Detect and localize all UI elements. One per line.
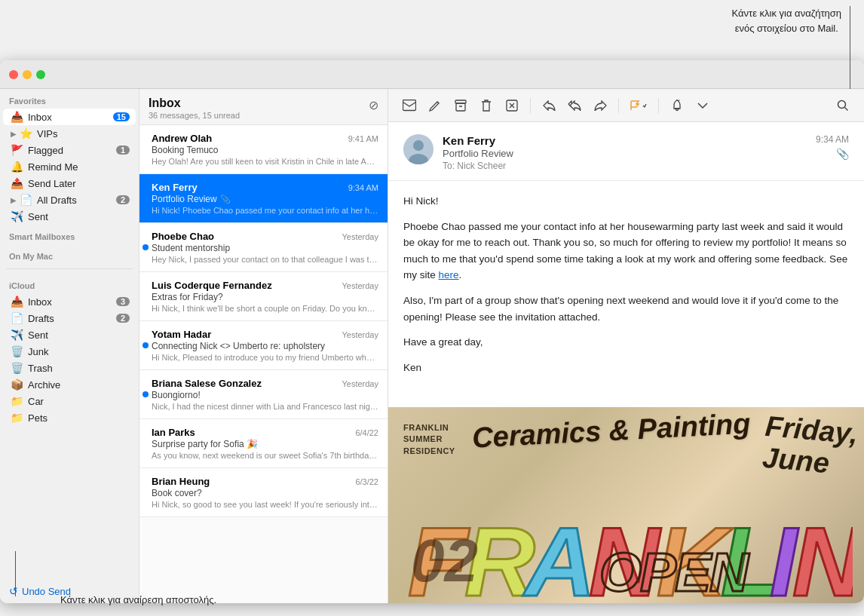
flag-button[interactable] [627, 95, 651, 116]
message-subject: Student mentorship [152, 243, 378, 253]
car-icon: 📁 [11, 395, 24, 407]
icloud-inbox-icon: 📥 [11, 296, 24, 308]
message-sender: Phoebe Chao [152, 231, 342, 242]
message-item-selected[interactable]: Ken Ferry 9:34 AM Portfolio Review 📎 Hi … [139, 174, 388, 223]
archive-button[interactable] [450, 95, 471, 116]
icloud-drafts-icon: 📄 [11, 312, 24, 324]
message-item[interactable]: Brian Heung 6/3/22 Book cover? Hi Nick, … [139, 468, 388, 517]
on-my-mac-label: On My Mac [0, 244, 139, 264]
message-subject: Extras for Friday? [152, 292, 378, 302]
sidebar-item-vips[interactable]: ▶ ⭐ VIPs [3, 125, 136, 142]
callout-top-right: Κάντε κλικ για αναζήτησηενός στοιχείου σ… [732, 6, 841, 35]
sidebar-item-icloud-sent[interactable]: ✈️ Sent [3, 326, 136, 343]
flagged-badge: 1 [116, 146, 130, 155]
sidebar-item-icloud-archive[interactable]: 📦 Archive [3, 376, 136, 393]
sidebar-item-flagged[interactable]: 🚩 Flagged 1 [3, 142, 136, 158]
close-button[interactable] [9, 70, 18, 79]
sidebar-item-icloud-inbox[interactable]: 📥 Inbox 3 [3, 293, 136, 310]
search-button[interactable] [832, 95, 853, 116]
svg-rect-0 [403, 100, 416, 110]
message-item[interactable]: Phoebe Chao Yesterday Student mentorship… [139, 223, 388, 272]
sidebar-item-pets[interactable]: 📁 Pets [3, 409, 136, 426]
icloud-archive-icon: 📦 [11, 378, 24, 391]
portfolio-link[interactable]: here [439, 269, 459, 280]
expand-icon: ▶ [11, 130, 17, 138]
sender-avatar [403, 134, 434, 164]
pets-icon: 📁 [11, 412, 24, 424]
message-preview: Hi Nick, Pleased to introduce you to my … [152, 353, 378, 362]
callout-bottom-text: Κάντε κλικ για αναίρεση αποστολής. [60, 594, 216, 605]
message-time: Yesterday [342, 281, 378, 290]
compose-button[interactable] [424, 95, 446, 116]
sidebar-item-label: Remind Me [28, 161, 130, 173]
message-sender: Ken Ferry [152, 182, 348, 193]
remind-icon: 🔔 [11, 161, 24, 173]
reply-all-button[interactable] [564, 95, 585, 116]
message-item[interactable]: Andrew Olah 9:41 AM Booking Temuco Hey O… [139, 125, 388, 174]
sidebar-item-all-drafts[interactable]: ▶ 📄 All Drafts 2 [3, 192, 136, 208]
sidebar-item-label: Pets [28, 412, 130, 424]
message-item[interactable]: Ian Parks 6/4/22 Surprise party for Sofi… [139, 419, 388, 468]
sidebar-item-label: Send Later [28, 178, 130, 189]
notifications-button[interactable] [666, 95, 688, 116]
callout-line-bottom [15, 551, 16, 596]
sidebar-item-icloud-junk[interactable]: 🗑️ Junk [3, 343, 136, 360]
toolbar-separator [618, 98, 619, 113]
minimize-button[interactable] [23, 70, 32, 79]
icloud-junk-icon: 🗑️ [11, 345, 24, 357]
more-button[interactable] [692, 95, 713, 116]
message-count: 36 messages, 15 unread [149, 111, 378, 120]
message-preview: Nick, I had the nicest dinner with Lia a… [152, 402, 378, 411]
message-list-panel: Inbox 36 messages, 15 unread ⊘ Andrew Ol… [139, 89, 388, 603]
mail-app-window: Favorites 📥 Inbox 15 ▶ ⭐ VIPs 🚩 Flagged … [0, 60, 864, 603]
to-name: Nick Scheer [457, 161, 506, 171]
toolbar-separator [530, 98, 531, 113]
unread-indicator [142, 244, 149, 250]
sidebar-item-remind-me[interactable]: 🔔 Remind Me [3, 158, 136, 175]
sidebar-item-send-later[interactable]: 📤 Send Later [3, 175, 136, 192]
svg-point-9 [413, 140, 424, 151]
email-subject: Portfolio Review [443, 148, 807, 159]
sidebar-item-icloud-trash[interactable]: 🗑️ Trash [3, 360, 136, 376]
message-preview: Hey Nick, I passed your contact on to th… [152, 255, 378, 264]
banner-date: 02 [411, 526, 478, 596]
email-view-panel: Ken Ferry Portfolio Review To: Nick Sche… [388, 89, 864, 603]
message-sender: Yotam Hadar [152, 329, 342, 340]
new-message-button[interactable] [399, 95, 420, 116]
message-subject: Buongiorno! [152, 390, 378, 400]
sidebar-item-sent[interactable]: ✈️ Sent [3, 208, 136, 225]
sidebar-item-label: All Drafts [37, 195, 116, 206]
forward-button[interactable] [590, 95, 611, 116]
message-item[interactable]: Yotam Hadar Yesterday Connecting Nick <>… [139, 321, 388, 370]
svg-text:N: N [792, 507, 853, 603]
icloud-drafts-badge: 2 [116, 314, 130, 323]
message-time: Yesterday [342, 232, 378, 241]
email-header-info: Ken Ferry Portfolio Review To: Nick Sche… [443, 134, 807, 171]
email-body: Hi Nick! Phoebe Chao passed me your cont… [388, 181, 864, 407]
filter-icon[interactable]: ⊘ [369, 98, 378, 112]
delete-button[interactable] [476, 95, 497, 116]
title-bar [0, 60, 864, 89]
message-preview: Hi Nick, so good to see you last week! I… [152, 500, 378, 509]
sidebar-item-label: Car [28, 396, 130, 407]
sidebar-divider [6, 268, 133, 269]
message-time: 6/4/22 [355, 428, 378, 437]
sidebar-item-label: Archive [28, 379, 130, 391]
message-item[interactable]: Briana Salese Gonzalez Yesterday Buongio… [139, 370, 388, 419]
unread-indicator [142, 342, 149, 348]
sidebar-item-inbox[interactable]: 📥 Inbox 15 [3, 109, 136, 125]
sidebar-item-icloud-drafts[interactable]: 📄 Drafts 2 [3, 310, 136, 326]
sidebar-item-car[interactable]: 📁 Car [3, 393, 136, 409]
banner-main-text: Ceramics & Painting [471, 407, 751, 454]
sent-icon: ✈️ [11, 210, 24, 222]
message-item[interactable]: Luis Coderque Fernandez Yesterday Extras… [139, 272, 388, 321]
reply-button[interactable] [538, 95, 559, 116]
junk-button[interactable] [501, 95, 522, 116]
body-closing-1: Have a great day, [403, 334, 849, 351]
message-time: 9:41 AM [348, 134, 378, 143]
sidebar: Favorites 📥 Inbox 15 ▶ ⭐ VIPs 🚩 Flagged … [0, 89, 139, 603]
traffic-lights [9, 70, 45, 79]
message-preview: As you know, next weekend is our sweet S… [152, 451, 378, 460]
maximize-button[interactable] [36, 70, 45, 79]
message-sender: Ian Parks [152, 427, 355, 438]
